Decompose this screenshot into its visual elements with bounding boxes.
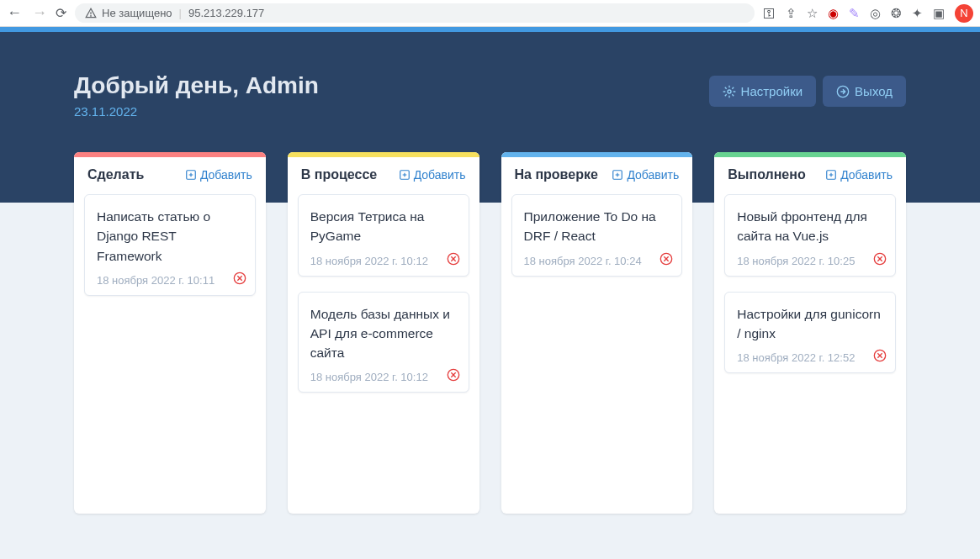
task-card[interactable]: Настройки для gunicorn / nginx18 ноября … [724, 292, 896, 374]
column-header: ВыполненоДобавить [714, 157, 906, 194]
settings-label: Настройки [741, 84, 803, 98]
column-yellow: В процессеДобавитьВерсия Тетриса на PyGa… [288, 152, 479, 514]
greeting-block: Добрый день, Admin 23.11.2022 [74, 72, 319, 119]
column-green: ВыполненоДобавитьНовый фронтенд для сайт… [714, 152, 906, 514]
column-title: Выполнено [728, 167, 805, 182]
nav-controls: ← → [7, 4, 47, 22]
card-date: 18 ноября 2022 г. 10:11 [97, 274, 243, 287]
kanban-board: СделатьДобавитьНаписать статью о Django … [0, 152, 980, 514]
panel-icon[interactable]: ▣ [933, 6, 945, 21]
logout-icon [836, 85, 850, 98]
settings-button[interactable]: Настройки [709, 76, 817, 107]
delete-card-button[interactable] [660, 252, 673, 269]
back-icon[interactable]: ← [7, 4, 22, 22]
column-header: В процессеДобавить [288, 157, 479, 194]
address-bar[interactable]: Не защищено | 95.213.229.177 [75, 3, 755, 23]
cards-container: Приложение To Do на DRF / React18 ноября… [501, 194, 693, 287]
column-blue: На проверкеДобавитьПриложение To Do на D… [501, 152, 693, 514]
task-card[interactable]: Модель базы данных и API для e-commerce … [298, 292, 469, 393]
page-title: Добрый день, Admin [74, 72, 319, 99]
svg-point-2 [728, 90, 731, 93]
column-title: В процессе [301, 167, 377, 182]
task-card[interactable]: Приложение To Do на DRF / React18 ноября… [511, 194, 683, 277]
svg-point-1 [91, 15, 92, 16]
browser-chrome: ← → ⟳ Не защищено | 95.213.229.177 ⚿ ⇪ ☆… [0, 0, 980, 27]
column-title: На проверке [515, 167, 598, 182]
add-label: Добавить [627, 168, 679, 182]
delete-card-button[interactable] [447, 252, 460, 269]
task-card[interactable]: Написать статью о Django REST Framework1… [84, 194, 256, 296]
column-header: СделатьДобавить [74, 157, 266, 194]
add-card-button[interactable]: Добавить [612, 168, 679, 182]
column-title: Сделать [87, 167, 144, 182]
card-title: Приложение To Do на DRF / React [524, 207, 670, 246]
delete-card-button[interactable] [447, 368, 460, 385]
card-date: 18 ноября 2022 г. 10:12 [310, 371, 457, 383]
card-title: Новый фронтенд для сайта на Vue.js [737, 207, 883, 246]
key-icon[interactable]: ⚿ [763, 6, 776, 20]
share-icon[interactable]: ⇪ [786, 6, 797, 21]
logout-label: Выход [855, 84, 893, 98]
add-label: Добавить [200, 168, 252, 182]
add-card-button[interactable]: Добавить [399, 168, 466, 182]
card-date: 18 ноября 2022 г. 12:52 [737, 351, 883, 364]
current-date: 23.11.2022 [74, 104, 319, 119]
delete-card-button[interactable] [873, 252, 887, 269]
task-card[interactable]: Версия Тетриса на PyGame18 ноября 2022 г… [298, 194, 469, 277]
cards-container: Версия Тетриса на PyGame18 ноября 2022 г… [288, 194, 479, 403]
profile-avatar[interactable]: N [955, 4, 973, 23]
task-card[interactable]: Новый фронтенд для сайта на Vue.js18 ноя… [724, 194, 896, 277]
puzzle-icon[interactable]: ❂ [891, 6, 902, 21]
add-label: Добавить [414, 168, 466, 182]
card-title: Модель базы данных и API для e-commerce … [310, 304, 457, 363]
security-text: Не защищено [102, 7, 172, 19]
add-card-button[interactable]: Добавить [185, 168, 252, 182]
card-date: 18 ноября 2022 г. 10:12 [310, 255, 457, 267]
star-icon[interactable]: ☆ [807, 6, 818, 21]
forward-icon[interactable]: → [32, 4, 47, 22]
card-title: Версия Тетриса на PyGame [310, 207, 457, 246]
delete-card-button[interactable] [233, 272, 246, 288]
gear-icon [723, 85, 736, 98]
card-title: Настройки для gunicorn / nginx [737, 304, 883, 344]
extensions-icon[interactable]: ✦ [912, 6, 923, 21]
card-date: 18 ноября 2022 г. 10:24 [524, 255, 670, 267]
column-red: СделатьДобавитьНаписать статью о Django … [74, 152, 266, 514]
feather-icon[interactable]: ✎ [849, 6, 860, 21]
warning-icon [85, 8, 97, 19]
logout-button[interactable]: Выход [823, 76, 906, 107]
url-text: 95.213.229.177 [188, 7, 264, 19]
reload-icon[interactable]: ⟳ [56, 5, 66, 21]
card-date: 18 ноября 2022 г. 10:25 [737, 255, 883, 267]
delete-card-button[interactable] [873, 349, 887, 366]
address-separator: | [179, 7, 182, 19]
security-warning: Не защищено [85, 7, 172, 19]
ublock-icon[interactable]: ◉ [828, 6, 839, 21]
add-label: Добавить [840, 168, 893, 182]
extension-icons: ⚿ ⇪ ☆ ◉ ✎ ◎ ❂ ✦ ▣ N [763, 4, 973, 23]
column-header: На проверкеДобавить [501, 157, 693, 194]
cards-container: Написать статью о Django REST Framework1… [74, 194, 266, 306]
add-card-button[interactable]: Добавить [825, 168, 893, 182]
cards-container: Новый фронтенд для сайта на Vue.js18 ноя… [714, 194, 906, 383]
card-title: Написать статью о Django REST Framework [97, 207, 243, 266]
header-actions: Настройки Выход [709, 76, 906, 107]
camera-icon[interactable]: ◎ [870, 6, 881, 21]
